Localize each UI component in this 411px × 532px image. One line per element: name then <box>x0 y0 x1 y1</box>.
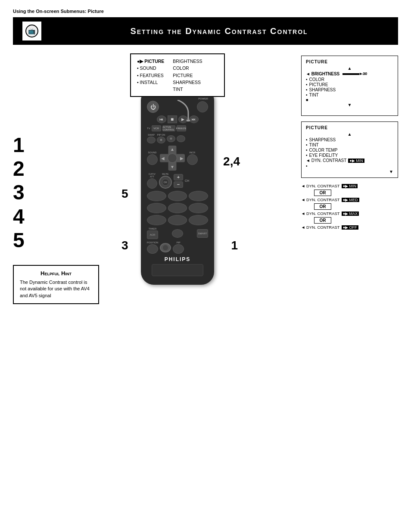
nav-right-arrow[interactable]: ▶ <box>180 156 184 161</box>
step-4: 4 <box>13 205 54 228</box>
power-button[interactable] <box>197 101 208 112</box>
picture-bullet: • <box>306 82 308 87</box>
extra-btn-1[interactable] <box>172 229 183 238</box>
title-icon: 📺 <box>22 21 42 41</box>
svg-text:📺: 📺 <box>28 28 36 35</box>
acr-button[interactable]: ACR <box>147 230 158 239</box>
dyn-max-value: ●▶ MAX <box>342 212 359 216</box>
ok2-inner <box>162 245 168 251</box>
extra-bullet-2: • <box>306 164 393 168</box>
num-btn-8[interactable] <box>168 215 187 225</box>
philips-logo: PHILIPS <box>147 256 208 262</box>
source-row: TV VCR ACTIVE CONTROL FREEZE <box>147 125 208 131</box>
swap-group: SWAP <box>147 134 156 143</box>
swap-button[interactable] <box>147 137 156 143</box>
num-btn-9[interactable] <box>189 215 208 225</box>
ok-button-area[interactable]: OK <box>159 176 172 189</box>
sound-label: SOUND <box>148 151 157 154</box>
standby-button[interactable]: ⏻ <box>147 101 159 113</box>
nav-cross: ▲ ▼ ◀ ▶ <box>160 146 185 171</box>
right-column: PICTURE ▲ ◄ BRIGHTNESS ►30 • COLOR • PI <box>301 53 398 441</box>
tint-label-1: TINT <box>309 93 319 97</box>
position-row: POSITION PIP <box>147 241 208 254</box>
freeze-button[interactable]: FREEZE <box>177 125 186 131</box>
scroll-indicator-1: ■ <box>306 98 393 102</box>
dyn-contrast-value-min: ●▶ MIN <box>348 159 364 163</box>
menu-right-tint: TINT <box>173 86 202 93</box>
num-btn-2[interactable] <box>168 191 187 201</box>
center-column: ●▶ PICTURE • SOUND • FEATURES • INSTALL … <box>58 53 297 441</box>
plus-minus-group: + − <box>174 174 183 188</box>
menu-right-brightness: BRIGHTNESS <box>173 58 202 65</box>
dyn-off-value: ●▶ OFF <box>342 225 358 230</box>
timer-group: TIMER ACR <box>147 227 158 239</box>
pip-on-button[interactable]: ⊕ <box>157 137 165 143</box>
plus-button[interactable]: + <box>174 174 183 180</box>
sharpness-bullet-2: • <box>306 137 308 142</box>
page-title: Setting the Dynamic Contrast Control <box>49 26 389 36</box>
smart-button[interactable]: SMART <box>197 229 208 238</box>
catv-row: CATV/ATT MUTE OK <box>147 173 208 189</box>
tint-item-2: • TINT <box>306 143 393 147</box>
sharpness-label-1: SHARPNESS <box>309 87 336 92</box>
timer-label: TIMER <box>149 227 157 230</box>
num-btn-7[interactable] <box>147 215 166 225</box>
active-control-button[interactable]: ACTIVE CONTROL <box>162 125 175 131</box>
menu-right-color: COLOR <box>173 65 202 72</box>
pip-row: SWAP PIP ON ⊕ ⊖ <box>147 134 208 143</box>
onscreen-menu: ●▶ PICTURE • SOUND • FEATURES • INSTALL … <box>130 53 225 97</box>
pip2-button[interactable] <box>173 244 184 254</box>
or-box-3: OR <box>314 217 331 224</box>
pip-off-button[interactable]: ⊖ <box>167 135 175 142</box>
eye-fidelity-label: EYE FIDELITY <box>309 153 338 158</box>
sharpness-item-2: • SHARPNESS <box>306 137 393 142</box>
dyn-max-label: ◄ DYN. CONTRAST <box>301 211 340 216</box>
dyn-contrast-arrow: ◄ DYN. CONTRAST <box>306 158 346 163</box>
color-temp-bullet: • <box>306 148 308 152</box>
tint-label-2: TINT <box>309 143 319 147</box>
dyn-off-label: ◄ DYN. CONTRAST <box>301 225 340 230</box>
menu-item-features: • FEATURES <box>137 72 164 79</box>
sharpness-label-2: SHARPNESS <box>309 137 336 142</box>
pip-move-button[interactable] <box>177 135 185 142</box>
nav-left-arrow[interactable]: ◀ <box>161 156 165 161</box>
mute-button[interactable] <box>187 154 198 165</box>
scroll-up-1: ▲ <box>306 66 393 71</box>
tint-item-1: • TINT <box>306 93 393 97</box>
pip2-group: PIP <box>173 241 184 254</box>
pip-on-label: PIP ON <box>157 134 165 136</box>
dyn-min-value: ●▶ MIN <box>342 184 358 188</box>
brightness-item: ◄ BRIGHTNESS ►30 <box>306 72 393 76</box>
step-1: 1 <box>13 133 54 157</box>
sharpness-bullet-1: • <box>306 87 308 92</box>
nav-down-arrow[interactable]: ▼ <box>170 165 174 169</box>
position-button[interactable] <box>147 244 158 254</box>
scroll-down-2: ▼ <box>306 169 393 174</box>
position-group: POSITION <box>147 241 158 254</box>
nav-up-arrow[interactable]: ▲ <box>170 147 174 152</box>
brightness-value: ►30 <box>359 72 367 76</box>
pip-on-group: PIP ON ⊕ <box>157 134 165 143</box>
catv-button[interactable] <box>147 178 157 189</box>
sharpness-item-1: • SHARPNESS <box>306 87 393 92</box>
minus-button[interactable]: − <box>174 181 183 188</box>
vcr-button[interactable]: VCR <box>152 125 161 131</box>
num-btn-4[interactable] <box>147 203 166 213</box>
tv-label: TV <box>147 127 150 130</box>
ok2-button[interactable] <box>160 243 171 252</box>
num-btn-5[interactable] <box>168 203 187 213</box>
sound-button[interactable] <box>147 154 158 165</box>
sound-group: SOUND <box>147 151 158 165</box>
nav-center[interactable] <box>168 153 177 163</box>
ok-label: OK <box>164 181 168 184</box>
or-box-2: OR <box>314 203 331 210</box>
mute-group: INCR <box>187 151 198 165</box>
position-label: POSITION <box>147 241 158 244</box>
dyn-off-row: ◄ DYN. CONTRAST ●▶ OFF <box>301 225 398 230</box>
num-btn-1[interactable] <box>147 191 166 201</box>
color-label: COLOR <box>309 77 325 82</box>
num-btn-6[interactable] <box>189 203 208 213</box>
header-subtitle: Using the On-screen Submenus: Picture <box>13 9 398 14</box>
num-btn-3[interactable] <box>189 191 208 201</box>
dyn-contrast-options: ◄ DYN. CONTRAST ●▶ MIN OR ◄ DYN. CONTRAS… <box>301 184 398 230</box>
